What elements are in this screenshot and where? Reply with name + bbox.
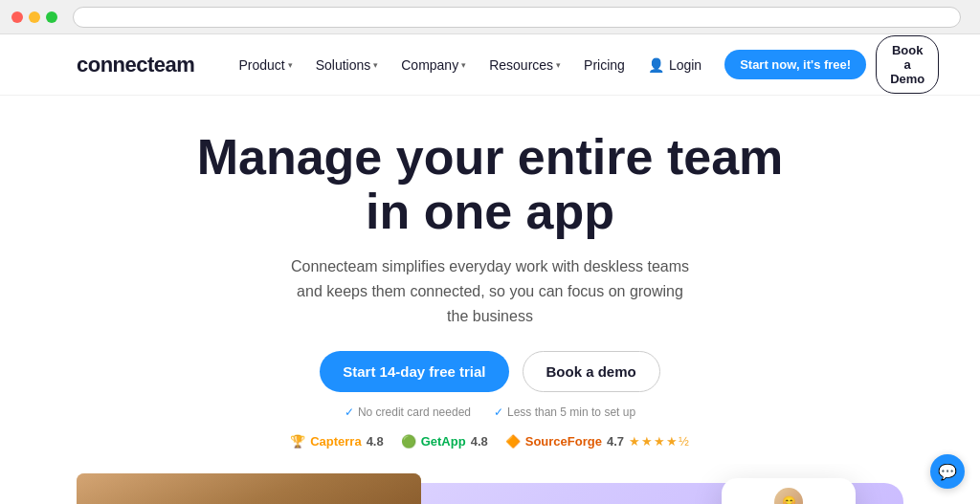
chat-icon: 💬 bbox=[938, 463, 957, 481]
people-photo bbox=[77, 473, 421, 504]
capterra-label: Capterra bbox=[310, 434, 361, 449]
chevron-down-icon: ▾ bbox=[556, 60, 561, 70]
hero-image-area: 😊 Good Morning, Alex ⏰ 📅 💬 📋 🏠 ● 05:24:0… bbox=[0, 464, 980, 504]
capterra-score: 4.8 bbox=[367, 434, 384, 449]
maximize-button[interactable] bbox=[46, 11, 57, 23]
checkmark-icon: ✓ bbox=[494, 405, 503, 419]
checkmark-icon: ✓ bbox=[345, 405, 354, 419]
browser-chrome bbox=[0, 0, 980, 34]
site-content: connecteam Product ▾ Solutions ▾ Company… bbox=[0, 34, 980, 504]
check-setup-time: ✓ Less than 5 min to set up bbox=[494, 405, 635, 419]
people-svg bbox=[77, 473, 421, 504]
book-demo-nav-button[interactable]: Book a Demo bbox=[876, 35, 939, 94]
sourceforge-score: 4.7 bbox=[607, 434, 624, 449]
address-bar[interactable] bbox=[73, 7, 961, 28]
traffic-lights bbox=[11, 11, 57, 23]
minimize-button[interactable] bbox=[29, 11, 40, 23]
avatar: 😊 bbox=[774, 488, 803, 504]
getapp-score: 4.8 bbox=[471, 434, 488, 449]
check-no-card: ✓ No credit card needed bbox=[345, 405, 471, 419]
sourceforge-rating: 🔶 SourceForge 4.7 ★★★★½ bbox=[505, 434, 690, 449]
hero-buttons: Start 14-day free trial Book a demo bbox=[19, 351, 961, 392]
logo[interactable]: connecteam bbox=[77, 53, 194, 77]
svg-rect-0 bbox=[77, 473, 421, 504]
nav-item-company[interactable]: Company ▾ bbox=[391, 52, 476, 78]
demo-button[interactable]: Book a demo bbox=[523, 351, 660, 392]
getapp-label: GetApp bbox=[421, 434, 466, 449]
chevron-down-icon: ▾ bbox=[373, 60, 378, 70]
ratings-row: 🏆 Capterra 4.8 🟢 GetApp 4.8 🔶 SourceForg… bbox=[19, 434, 961, 449]
login-button[interactable]: 👤 Login bbox=[635, 51, 715, 79]
capterra-rating: 🏆 Capterra 4.8 bbox=[290, 434, 384, 449]
sourceforge-label: SourceForge bbox=[525, 434, 602, 449]
hero-title: Manage your entire team in one app bbox=[19, 130, 961, 239]
login-label: Login bbox=[669, 57, 702, 73]
capterra-logo-icon: 🏆 bbox=[290, 434, 305, 449]
trial-button[interactable]: Start 14-day free trial bbox=[320, 351, 508, 392]
nav-company-label: Company bbox=[401, 57, 458, 73]
nav-item-pricing[interactable]: Pricing bbox=[574, 52, 635, 78]
getapp-logo-icon: 🟢 bbox=[401, 434, 416, 449]
navbar: connecteam Product ▾ Solutions ▾ Company… bbox=[0, 34, 980, 96]
hero-checks: ✓ No credit card needed ✓ Less than 5 mi… bbox=[19, 405, 961, 419]
nav-item-solutions[interactable]: Solutions ▾ bbox=[306, 52, 389, 78]
nav-item-resources[interactable]: Resources ▾ bbox=[479, 52, 570, 78]
start-free-button[interactable]: Start now, it's free! bbox=[724, 50, 866, 79]
nav-resources-label: Resources bbox=[489, 57, 553, 73]
user-icon: 👤 bbox=[648, 57, 664, 73]
check-no-card-label: No credit card needed bbox=[358, 405, 471, 419]
nav-item-product[interactable]: Product ▾ bbox=[229, 52, 301, 78]
star-icons: ★★★★½ bbox=[629, 434, 690, 449]
trial-button-label: Start 14-day free trial bbox=[343, 363, 485, 380]
nav-pricing-label: Pricing bbox=[584, 57, 625, 73]
hero-section: Manage your entire team in one app Conne… bbox=[0, 96, 980, 449]
sourceforge-logo-icon: 🔶 bbox=[505, 434, 521, 449]
start-free-label: Start now, it's free! bbox=[740, 57, 851, 72]
nav-right: 👤 Login Start now, it's free! Book a Dem… bbox=[635, 35, 939, 94]
close-button[interactable] bbox=[11, 11, 23, 23]
chevron-down-icon: ▾ bbox=[461, 60, 466, 70]
logo-text: connecteam bbox=[77, 53, 194, 77]
book-demo-nav-label: Book a Demo bbox=[890, 43, 924, 86]
nav-links: Product ▾ Solutions ▾ Company ▾ Resource… bbox=[229, 52, 634, 78]
hero-title-line2: in one app bbox=[366, 184, 614, 239]
chat-widget[interactable]: 💬 bbox=[930, 454, 965, 489]
nav-solutions-label: Solutions bbox=[316, 57, 371, 73]
hero-subtitle: Connecteam simplifies everyday work with… bbox=[289, 254, 691, 328]
chevron-down-icon: ▾ bbox=[288, 60, 293, 70]
check-setup-label: Less than 5 min to set up bbox=[507, 405, 635, 419]
hero-title-line1: Manage your entire team bbox=[197, 129, 784, 185]
getapp-rating: 🟢 GetApp 4.8 bbox=[401, 434, 488, 449]
phone-mockup: 😊 Good Morning, Alex ⏰ 📅 💬 📋 🏠 ● 05:24:0… bbox=[722, 478, 856, 504]
nav-product-label: Product bbox=[238, 57, 284, 73]
demo-button-label: Book a demo bbox=[546, 363, 636, 380]
